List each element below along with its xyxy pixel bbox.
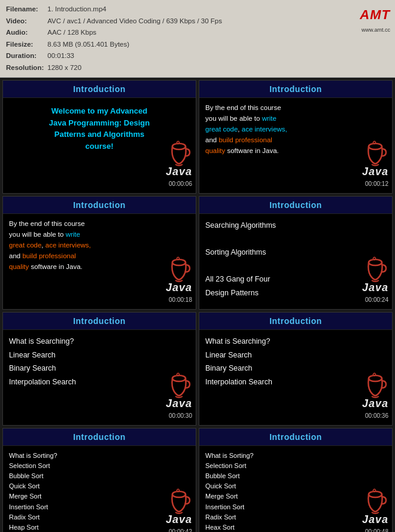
thumb-1-title: Introduction	[3, 81, 196, 98]
thumb-8-content: What is Sorting? Selection Sort Bubble S…	[199, 446, 392, 532]
java-logo-8: Java	[362, 486, 388, 526]
thumbnail-6: Introduction What is Searching? Linear S…	[199, 312, 393, 426]
java-cup-icon-8	[362, 486, 388, 516]
java-logo-4: Java	[362, 254, 388, 294]
java-text-2: Java	[362, 166, 388, 178]
thumb-4-content: Searching Algorithms Sorting Algorithms …	[199, 214, 392, 305]
svg-point-3	[369, 259, 382, 265]
java-cup-icon-1	[166, 138, 192, 168]
thumb-1-content: Welcome to my Advanced Java Programming:…	[3, 98, 196, 189]
thumb-7-content: What is Sorting? Selection Sort Bubble S…	[3, 446, 196, 532]
thumbnails-grid: Introduction Welcome to my Advanced Java…	[0, 78, 395, 532]
filesize-label: Filesize:	[6, 39, 47, 51]
java-text-3: Java	[166, 282, 192, 294]
java-text-6: Java	[362, 398, 388, 410]
filesize-value: 8.63 MB (9.051.401 Bytes)	[47, 39, 224, 51]
thumbnail-5: Introduction What is Searching? Linear S…	[2, 312, 196, 426]
thumbnail-7: Introduction What is Sorting? Selection …	[2, 428, 196, 532]
thumb-6-timestamp: 00:00:36	[364, 412, 390, 420]
java-cup-icon-2	[362, 138, 388, 168]
audio-label: Audio:	[6, 27, 47, 39]
file-info-panel: Filename: 1. Introduction.mp4 Video: AVC…	[0, 0, 395, 78]
svg-point-7	[369, 491, 382, 497]
svg-point-6	[172, 491, 186, 497]
thumb-3-content: By the end of this courseyou will be abl…	[3, 214, 196, 305]
java-text-8: Java	[362, 513, 388, 526]
thumb-4-title: Introduction	[199, 197, 392, 214]
java-logo-3: Java	[166, 254, 192, 294]
thumb-6-content: What is Searching? Linear Search Binary …	[199, 330, 392, 421]
thumbnail-4: Introduction Searching Algorithms Sortin…	[199, 196, 393, 310]
duration-label: Duration:	[6, 50, 47, 62]
amt-brand: AMT	[360, 7, 390, 22]
resolution-label: Resolution:	[6, 62, 47, 74]
java-cup-icon-3	[166, 254, 192, 284]
video-value: AVC / avc1 / Advanced Video Coding / 639…	[47, 16, 224, 27]
video-label: Video:	[6, 16, 47, 27]
java-cup-icon-4	[362, 254, 388, 284]
thumb-6-title: Introduction	[199, 313, 392, 330]
java-logo-5: Java	[166, 370, 192, 410]
filename-value: 1. Introduction.mp4	[47, 4, 224, 16]
svg-point-1	[369, 143, 382, 149]
audio-value: AAC / 128 Kbps	[47, 27, 224, 39]
thumb-3-title: Introduction	[3, 197, 196, 214]
resolution-value: 1280 x 720	[47, 62, 224, 74]
java-logo-7: Java	[166, 486, 192, 526]
thumb-7-timestamp: 00:00:42	[168, 528, 193, 532]
thumbnail-3: Introduction By the end of this courseyo…	[2, 196, 196, 310]
thumb-5-title: Introduction	[3, 313, 196, 330]
thumb-5-timestamp: 00:00:30	[168, 412, 193, 420]
thumb-2-content: By the end of this courseyou will be abl…	[199, 98, 392, 189]
thumbnail-2: Introduction By the end of this courseyo…	[199, 80, 393, 194]
thumbnail-8: Introduction What is Sorting? Selection …	[199, 428, 393, 532]
svg-point-4	[172, 375, 186, 381]
java-cup-icon-6	[362, 370, 388, 400]
java-text-7: Java	[166, 513, 192, 526]
thumb-4-timestamp: 00:00:24	[364, 296, 390, 304]
thumb-1-timestamp: 00:00:06	[168, 180, 193, 188]
thumbnail-1: Introduction Welcome to my Advanced Java…	[2, 80, 196, 194]
thumb-5-content: What is Searching? Linear Search Binary …	[3, 330, 196, 421]
java-cup-icon-5	[166, 370, 192, 400]
java-logo-6: Java	[362, 370, 388, 410]
java-logo-1: Java	[166, 138, 192, 178]
java-cup-icon-7	[166, 486, 192, 516]
java-logo-2: Java	[362, 138, 388, 178]
thumb-2-timestamp: 00:00:12	[364, 180, 390, 188]
svg-point-2	[172, 259, 186, 265]
thumb-7-title: Introduction	[3, 429, 196, 446]
svg-point-5	[369, 375, 382, 381]
amt-url: www.amt.cc	[360, 26, 390, 35]
java-text-4: Java	[362, 282, 388, 294]
svg-point-0	[172, 143, 186, 149]
amt-logo: AMT www.amt.cc	[360, 4, 390, 35]
java-text-1: Java	[166, 166, 192, 178]
thumb-3-timestamp: 00:00:18	[168, 296, 193, 304]
java-text-5: Java	[166, 398, 192, 410]
thumb-8-timestamp: 00:00:48	[364, 528, 390, 532]
duration-value: 00:01:33	[47, 50, 224, 62]
thumb-8-title: Introduction	[199, 429, 392, 446]
filename-label: Filename:	[6, 4, 47, 16]
thumb-2-title: Introduction	[199, 81, 392, 98]
